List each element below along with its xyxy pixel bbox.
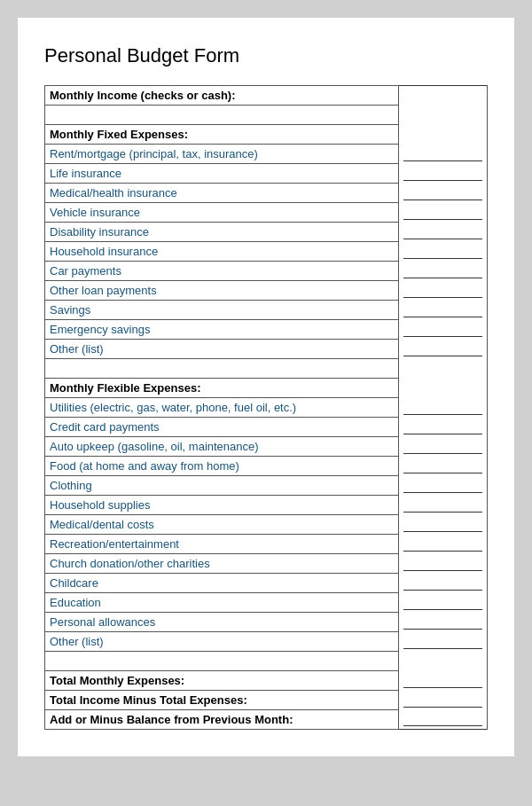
table-row: Car payments	[45, 262, 488, 281]
row-value[interactable]	[399, 632, 488, 652]
empty-label	[45, 106, 399, 125]
page: Personal Budget Form Monthly Income (che…	[18, 18, 514, 756]
row-value[interactable]	[399, 554, 488, 574]
value-underline	[403, 637, 482, 649]
row-label: Childcare	[45, 574, 399, 593]
row-value[interactable]	[399, 437, 488, 457]
empty-row	[45, 359, 488, 379]
footer-value[interactable]	[399, 671, 488, 691]
value-underline	[403, 168, 482, 181]
section-header-row: Monthly Fixed Expenses:	[45, 125, 488, 145]
table-row: Other (list)	[45, 340, 488, 359]
value-underline	[403, 714, 482, 726]
value-underline	[403, 481, 482, 493]
section-header-value	[399, 86, 488, 106]
row-label: Utilities (electric, gas, water, phone, …	[45, 398, 399, 418]
table-row: Church donation/other charities	[45, 554, 488, 574]
row-value[interactable]	[399, 515, 488, 535]
row-label: Car payments	[45, 262, 399, 281]
table-row: Personal allowances	[45, 613, 488, 632]
value-underline	[403, 246, 482, 259]
footer-row: Total Monthly Expenses:	[45, 671, 488, 691]
row-label: Household supplies	[45, 496, 399, 515]
table-row: Education	[45, 593, 488, 613]
section-header-row: Monthly Income (checks or cash):	[45, 86, 488, 106]
row-value[interactable]	[399, 496, 488, 515]
footer-value[interactable]	[399, 710, 488, 730]
footer-row: Add or Minus Balance from Previous Month…	[45, 710, 488, 730]
value-underline	[403, 500, 482, 513]
value-underline	[403, 305, 482, 317]
row-value[interactable]	[399, 281, 488, 301]
table-row: Recreation/entertainment	[45, 535, 488, 554]
row-value[interactable]	[399, 320, 488, 340]
table-row: Vehicle insurance	[45, 203, 488, 223]
empty-row	[45, 106, 488, 125]
value-underline	[403, 207, 482, 220]
row-value[interactable]	[399, 164, 488, 184]
empty-value	[399, 106, 488, 125]
table-row: Other loan payments	[45, 281, 488, 301]
table-row: Clothing	[45, 476, 488, 496]
value-underline	[403, 403, 482, 415]
row-value[interactable]	[399, 301, 488, 320]
row-value[interactable]	[399, 223, 488, 242]
row-label: Medical/health insurance	[45, 184, 399, 203]
row-label: Household insurance	[45, 242, 399, 262]
table-row: Household supplies	[45, 496, 488, 515]
budget-table: Monthly Income (checks or cash): Monthly…	[44, 85, 488, 730]
table-row: Utilities (electric, gas, water, phone, …	[45, 398, 488, 418]
footer-label: Total Monthly Expenses:	[45, 671, 399, 691]
row-label: Recreation/entertainment	[45, 535, 399, 554]
row-value[interactable]	[399, 398, 488, 418]
table-row: Emergency savings	[45, 320, 488, 340]
empty-label	[45, 359, 399, 379]
table-row: Life insurance	[45, 164, 488, 184]
row-label: Other (list)	[45, 632, 399, 652]
table-row: Credit card payments	[45, 418, 488, 437]
row-value[interactable]	[399, 184, 488, 203]
section-header-label: Monthly Income (checks or cash):	[45, 86, 399, 106]
table-row: Disability insurance	[45, 223, 488, 242]
empty-label	[45, 652, 399, 671]
table-row: Other (list)	[45, 632, 488, 652]
row-value[interactable]	[399, 242, 488, 262]
value-underline	[403, 442, 482, 454]
row-value[interactable]	[399, 418, 488, 437]
table-row: Medical/dental costs	[45, 515, 488, 535]
row-value[interactable]	[399, 593, 488, 613]
row-value[interactable]	[399, 203, 488, 223]
row-label: Church donation/other charities	[45, 554, 399, 574]
row-label: Education	[45, 593, 399, 613]
row-value[interactable]	[399, 574, 488, 593]
section-header-value	[399, 379, 488, 398]
row-label: Credit card payments	[45, 418, 399, 437]
value-underline	[403, 598, 482, 610]
row-value[interactable]	[399, 145, 488, 164]
row-label: Emergency savings	[45, 320, 399, 340]
row-label: Other (list)	[45, 340, 399, 359]
value-underline	[403, 149, 482, 161]
value-underline	[403, 461, 482, 473]
empty-value	[399, 652, 488, 671]
row-label: Food (at home and away from home)	[45, 457, 399, 476]
row-value[interactable]	[399, 535, 488, 554]
footer-value[interactable]	[399, 691, 488, 710]
row-label: Vehicle insurance	[45, 203, 399, 223]
row-label: Clothing	[45, 476, 399, 496]
row-label: Auto upkeep (gasoline, oil, maintenance)	[45, 437, 399, 457]
row-value[interactable]	[399, 457, 488, 476]
row-value[interactable]	[399, 613, 488, 632]
table-row: Household insurance	[45, 242, 488, 262]
row-value[interactable]	[399, 262, 488, 281]
row-label: Other loan payments	[45, 281, 399, 301]
empty-value	[399, 359, 488, 379]
footer-row: Total Income Minus Total Expenses:	[45, 691, 488, 710]
row-value[interactable]	[399, 340, 488, 359]
table-row: Medical/health insurance	[45, 184, 488, 203]
value-underline	[403, 266, 482, 278]
row-value[interactable]	[399, 476, 488, 496]
value-underline	[403, 539, 482, 552]
section-header-label: Monthly Flexible Expenses:	[45, 379, 399, 398]
table-row: Food (at home and away from home)	[45, 457, 488, 476]
